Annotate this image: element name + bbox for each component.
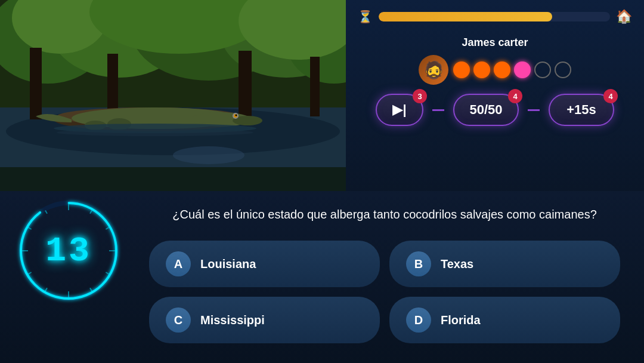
timer-icon: ⏳	[358, 10, 373, 24]
answer-b-button[interactable]: B Texas	[389, 241, 620, 287]
question-text: ¿Cuál es el único estado que alberga tan…	[149, 206, 620, 223]
user-profile: James carter 🧔	[419, 36, 571, 85]
answer-c-text: Mississippi	[200, 313, 265, 327]
answers-grid: A Louisiana B Texas C Mississippi D Flor…	[149, 241, 620, 343]
answer-a-text: Louisiana	[200, 257, 256, 271]
svg-rect-28	[0, 167, 346, 191]
fifty-fifty-lifeline-button[interactable]: 50/50 4	[453, 94, 519, 126]
timer-digits: 13	[45, 232, 92, 270]
time-label: +15s	[566, 102, 596, 117]
avatar: 🧔	[419, 55, 448, 85]
answer-d-button[interactable]: D Florida	[389, 297, 620, 343]
lifeline-row: ▶| 3 50/50 4 +15s 4	[376, 94, 614, 126]
countdown-timer: 13	[15, 197, 122, 304]
answer-d-text: Florida	[441, 313, 481, 327]
time-lifeline-button[interactable]: +15s 4	[549, 94, 614, 126]
fifty-label: 50/50	[469, 102, 502, 117]
right-panel: ⏳ 🏠 James carter 🧔 ▶| 3 50/50	[346, 0, 644, 191]
answer-b-letter: B	[406, 251, 431, 276]
heart-2	[473, 61, 490, 78]
hearts-container	[453, 61, 571, 78]
svg-rect-11	[30, 48, 42, 119]
timer-bar-fill	[379, 12, 552, 21]
skip-icon: ▶|	[392, 102, 406, 117]
answer-a-letter: A	[166, 251, 191, 276]
timer-bar-row: ⏳ 🏠	[358, 9, 632, 24]
svg-rect-14	[310, 57, 320, 116]
heart-5	[534, 61, 551, 78]
photo-area	[0, 0, 346, 191]
answer-a-button[interactable]: A Louisiana	[149, 241, 380, 287]
heart-1	[453, 61, 470, 78]
answer-d-letter: D	[406, 307, 431, 333]
svg-point-27	[173, 146, 244, 164]
svg-point-22	[236, 115, 237, 116]
heart-3	[494, 61, 510, 78]
skip-lifeline-button[interactable]: ▶| 3	[376, 94, 423, 126]
time-badge: 4	[603, 89, 618, 103]
svg-rect-13	[239, 51, 252, 119]
connector-1	[432, 109, 444, 111]
home-button[interactable]: 🏠	[616, 9, 632, 24]
heart-4	[514, 61, 531, 78]
connector-2	[528, 109, 540, 111]
timer-bar-background	[379, 12, 610, 21]
answer-c-letter: C	[166, 307, 191, 333]
fifty-badge: 4	[508, 89, 522, 103]
answer-b-text: Texas	[441, 257, 473, 271]
answer-c-button[interactable]: C Mississippi	[149, 297, 380, 343]
user-name: James carter	[462, 36, 528, 49]
skip-badge: 3	[413, 89, 427, 103]
svg-point-26	[57, 129, 253, 136]
heart-6	[555, 61, 571, 78]
avatar-hearts-row: 🧔	[419, 55, 571, 85]
